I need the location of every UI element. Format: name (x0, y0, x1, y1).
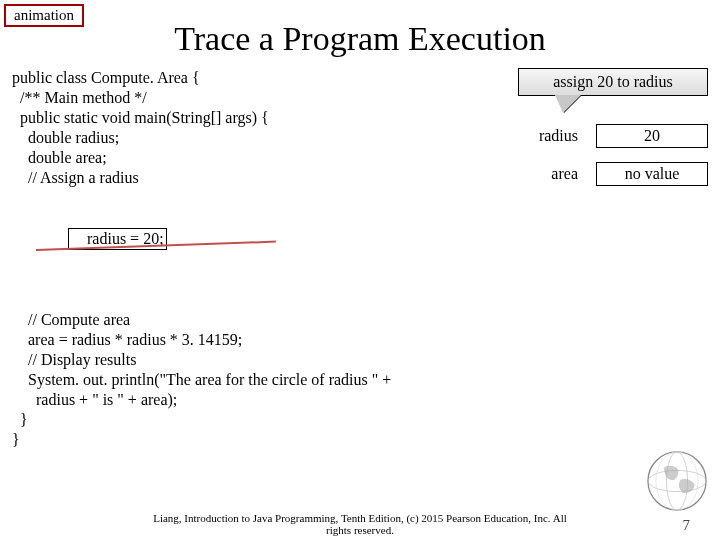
code-line: double radius; (12, 128, 518, 148)
code-line: public static void main(String[] args) { (12, 108, 518, 128)
page-number: 7 (683, 517, 691, 534)
footer: Liang, Introduction to Java Programming,… (0, 512, 720, 536)
content-area: public class Compute. Area { /** Main me… (0, 68, 720, 450)
var-value-area: no value (596, 162, 708, 186)
code-line: } (12, 430, 518, 450)
svg-point-3 (656, 452, 698, 510)
code-line: /** Main method */ (12, 88, 518, 108)
footer-line: Liang, Introduction to Java Programming,… (153, 512, 567, 524)
code-line: public class Compute. Area { (12, 68, 518, 88)
globe-icon (644, 448, 710, 514)
callout-box: assign 20 to radius (518, 68, 708, 96)
code-line: radius + " is " + area); (12, 390, 518, 410)
code-line: area = radius * radius * 3. 14159; (12, 330, 518, 350)
code-line: double area; (12, 148, 518, 168)
code-line: } (12, 410, 518, 430)
code-line: // Assign a radius (12, 168, 518, 188)
code-highlight-line: radius = 20; (12, 188, 518, 310)
slide-title: Trace a Program Execution (0, 20, 720, 58)
callout-text: assign 20 to radius (553, 73, 673, 90)
animation-badge-text: animation (14, 7, 74, 23)
variable-table: radius 20 area no value (518, 124, 708, 186)
svg-point-0 (648, 452, 706, 510)
var-label-radius: radius (518, 127, 578, 145)
code-column: public class Compute. Area { /** Main me… (12, 68, 518, 450)
code-line: System. out. println("The area for the c… (12, 370, 518, 390)
footer-line: rights reserved. (326, 524, 394, 536)
var-label-area: area (518, 165, 578, 183)
code-line: // Display results (12, 350, 518, 370)
trace-column: assign 20 to radius radius 20 area no va… (518, 68, 708, 450)
animation-badge: animation (4, 4, 84, 27)
code-line: // Compute area (12, 310, 518, 330)
var-value-radius: 20 (596, 124, 708, 148)
callout-tail-icon (555, 95, 581, 113)
